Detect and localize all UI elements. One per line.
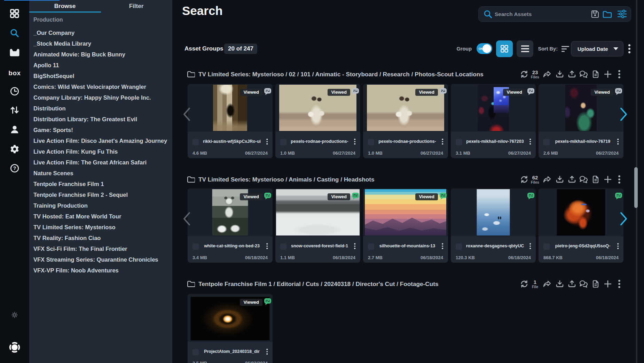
svg-text:?: ? <box>13 165 16 171</box>
